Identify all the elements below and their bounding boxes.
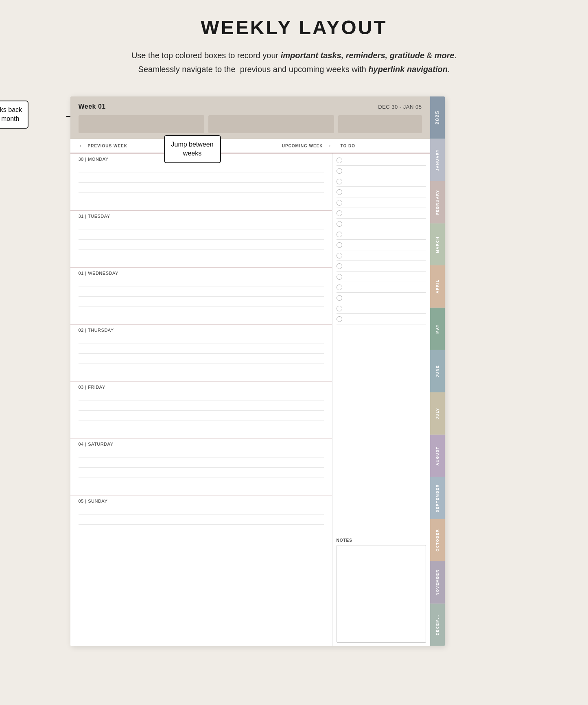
todo-item[interactable] [337, 208, 426, 219]
tab-october[interactable]: OCTOBER [430, 519, 445, 561]
main-area: Links backto month Week 01 DEC 30 - JAN … [70, 96, 518, 646]
todo-circle[interactable] [337, 285, 342, 290]
nav-upcoming[interactable]: UPCOMING WEEK → [282, 142, 332, 149]
ruled-line [79, 411, 324, 420]
planner-body: 30 | MONDAY 31 | TUESDAY [70, 153, 430, 646]
desc-bold2: more [435, 51, 455, 60]
todo-item[interactable] [337, 271, 426, 282]
day-saturday: 04 | SATURDAY [70, 438, 332, 495]
day-sunday-label: 05 | SUNDAY [79, 499, 324, 504]
todo-line [345, 160, 426, 160]
links-back-text: Links backto month [0, 106, 22, 122]
tab-june[interactable]: JUNE [430, 350, 445, 392]
todo-item[interactable] [337, 176, 426, 187]
todo-item[interactable] [337, 197, 426, 208]
tab-december[interactable]: DECEM... [430, 604, 445, 646]
ruled-line [79, 354, 324, 363]
colored-box-3 [338, 115, 422, 133]
tab-march[interactable]: MARCH [430, 223, 445, 266]
ruled-line [79, 391, 324, 401]
todo-circle[interactable] [337, 221, 342, 227]
day-friday-label: 03 | FRIDAY [79, 385, 324, 390]
todo-line [345, 319, 426, 319]
ruled-line [79, 220, 324, 230]
day-tuesday-label: 31 | TUESDAY [79, 214, 324, 219]
notes-box[interactable] [337, 545, 426, 643]
tab-january[interactable]: JANUARY [430, 139, 445, 181]
november-label: NOVEMBER [435, 569, 439, 596]
planner-header: Week 01 DEC 30 - JAN 05 [70, 96, 430, 139]
colored-box-1 [79, 115, 204, 133]
notes-label: NOTES [337, 538, 426, 543]
todo-item[interactable] [337, 240, 426, 250]
todo-circle[interactable] [337, 179, 342, 184]
nav-row: ← PREVIOUS WEEK UPCOMING WEEK → TO DO [70, 139, 430, 153]
colored-box-2 [208, 115, 334, 133]
todo-item[interactable] [337, 166, 426, 176]
todo-circle[interactable] [337, 253, 342, 258]
tab-september[interactable]: SEPTEMBER [430, 477, 445, 519]
todo-item[interactable] [337, 250, 426, 261]
ruled-line [79, 334, 324, 344]
todo-item[interactable] [337, 155, 426, 166]
tab-may[interactable]: MAY [430, 308, 445, 350]
todo-circle[interactable] [337, 274, 342, 280]
todo-circle[interactable] [337, 200, 342, 206]
ruled-line [79, 344, 324, 354]
desc-mid: & [424, 51, 434, 60]
ruled-line [79, 448, 324, 458]
day-sunday: 05 | SUNDAY [70, 495, 332, 552]
todo-column: NOTES [332, 153, 430, 646]
planner-page: Week 01 DEC 30 - JAN 05 ← PREVIOUS WEEK … [70, 96, 445, 646]
jump-annotation: Jump betweenweeks [164, 135, 221, 163]
monday-lines [79, 163, 324, 202]
day-wednesday-label: 01 | WEDNESDAY [79, 271, 324, 276]
tab-year[interactable]: 2025 [430, 96, 445, 139]
tab-april[interactable]: APRIL [430, 265, 445, 308]
todo-circle[interactable] [337, 306, 342, 311]
todo-item[interactable] [337, 282, 426, 293]
todo-circle[interactable] [337, 263, 342, 269]
desc-line2: Seamlessly navigate to the previous and … [138, 65, 450, 74]
todo-line [345, 308, 426, 309]
ruled-line [79, 173, 324, 183]
friday-lines [79, 391, 324, 430]
month-tabs: 2025 JANUARY FEBRUARY MARCH APRIL MAY JU… [430, 96, 445, 646]
todo-circle[interactable] [337, 210, 342, 216]
todo-circle[interactable] [337, 158, 342, 163]
september-label: SEPTEMBER [435, 484, 439, 512]
tab-august[interactable]: AUGUST [430, 435, 445, 477]
ruled-line [79, 468, 324, 477]
ruled-line [79, 401, 324, 411]
todo-item[interactable] [337, 303, 426, 314]
todo-item[interactable] [337, 219, 426, 229]
todo-item[interactable] [337, 187, 426, 197]
todo-item[interactable] [337, 261, 426, 271]
todo-circle[interactable] [337, 189, 342, 195]
todo-line [345, 181, 426, 182]
todo-item[interactable] [337, 314, 426, 324]
tab-july[interactable]: JULY [430, 392, 445, 435]
links-back-annotation: Links backto month [0, 101, 28, 129]
left-arrow-icon: ← [79, 142, 85, 149]
notes-section: NOTES [332, 535, 430, 646]
todo-circle[interactable] [337, 316, 342, 322]
todo-circle[interactable] [337, 242, 342, 248]
tab-february[interactable]: FEBRUARY [430, 181, 445, 223]
desc-bold3: hyperlink navigation [368, 65, 447, 74]
march-label: MARCH [435, 236, 439, 253]
todo-circle[interactable] [337, 295, 342, 301]
todo-circle[interactable] [337, 168, 342, 174]
todo-line [345, 192, 426, 192]
prev-week-label: PREVIOUS WEEK [88, 144, 127, 148]
day-wednesday: 01 | WEDNESDAY [70, 267, 332, 324]
todo-circle[interactable] [337, 232, 342, 237]
august-label: AUGUST [435, 446, 439, 465]
todo-item[interactable] [337, 293, 426, 303]
may-label: MAY [435, 324, 439, 334]
tab-november[interactable]: NOVEMBER [430, 561, 445, 604]
tuesday-lines [79, 220, 324, 259]
todo-item[interactable] [337, 229, 426, 240]
todo-line [345, 245, 426, 245]
ruled-line [79, 297, 324, 307]
